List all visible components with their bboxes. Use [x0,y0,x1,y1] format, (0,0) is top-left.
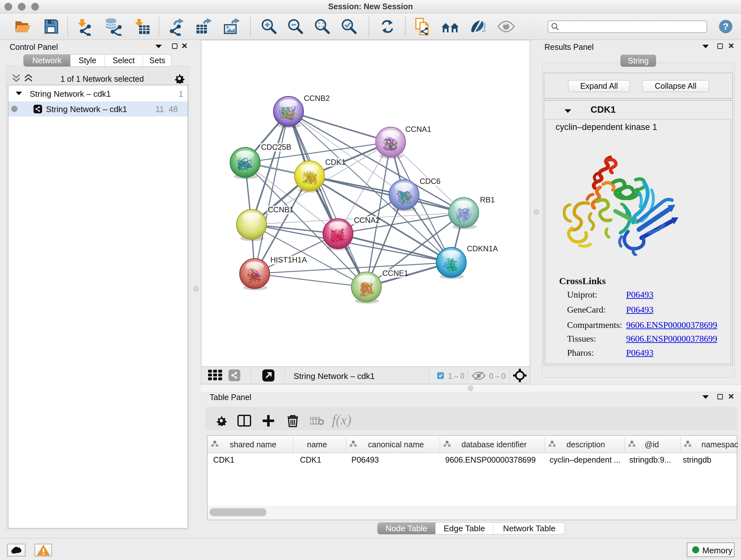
svg-text:CDK1: CDK1 [325,158,346,166]
svg-text:CDC25B: CDC25B [261,143,291,151]
svg-text:CDC6: CDC6 [420,177,441,186]
svg-text:HIST1H1A: HIST1H1A [270,255,307,264]
svg-text:CCNB1: CCNB1 [268,205,293,214]
svg-text:CCNB2: CCNB2 [304,94,330,103]
svg-text:CDKN1A: CDKN1A [467,244,498,253]
svg-text:CCNA2: CCNA2 [354,216,380,225]
svg-text:CCNE1: CCNE1 [382,269,408,277]
svg-text:CCNA1: CCNA1 [405,125,431,133]
svg-text:RB1: RB1 [480,195,495,204]
